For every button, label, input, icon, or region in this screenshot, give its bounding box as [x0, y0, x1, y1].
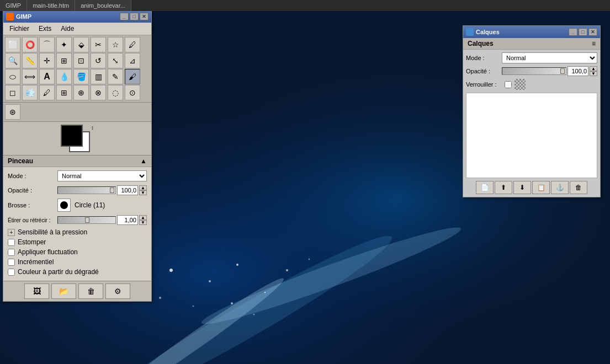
- appliquer-checkbox[interactable]: [8, 249, 15, 256]
- mode-dropdown[interactable]: Normal Dissoudre Multiplier: [57, 170, 147, 181]
- calques-opacity-up[interactable]: ▲: [590, 66, 597, 71]
- etirer-up-button[interactable]: ▲: [139, 215, 147, 220]
- etirer-thumb[interactable]: [85, 217, 89, 223]
- menu-fichier[interactable]: Fichier: [6, 24, 33, 34]
- blur-tool[interactable]: ◌: [108, 85, 123, 100]
- calques-lower-button[interactable]: ⬇: [513, 181, 531, 194]
- calques-opacity-slider[interactable]: [502, 67, 566, 75]
- calques-bottom-bar: 📄 ⬆ ⬇ 📋 ⚓ 🗑: [466, 181, 597, 194]
- brosse-preview[interactable]: [57, 199, 71, 212]
- etirer-row: Étirer ou rétrécir : ▲ ▼: [8, 214, 147, 226]
- incrementiel-checkbox[interactable]: [8, 259, 15, 266]
- couleur-checkbox[interactable]: [8, 269, 15, 276]
- perspective-clone[interactable]: ⊗: [91, 85, 106, 100]
- calques-opacity-thumb[interactable]: [560, 68, 565, 74]
- calques-raise-button[interactable]: ⬆: [495, 181, 512, 194]
- free-select-tool[interactable]: ⌒: [39, 37, 55, 52]
- airbrush-tool[interactable]: 💨: [22, 85, 38, 100]
- calques-new-layer-button[interactable]: 📄: [476, 181, 494, 194]
- fg-select-tool[interactable]: ☆: [108, 37, 123, 52]
- taskbar-gimp[interactable]: GIMP: [0, 0, 27, 11]
- calques-minimize-button[interactable]: _: [569, 28, 577, 36]
- scale-tool[interactable]: ⤡: [108, 53, 123, 68]
- etirer-spin-buttons: ▲ ▼: [139, 215, 147, 225]
- rect-select-tool[interactable]: ⬜: [5, 37, 20, 52]
- etirer-slider[interactable]: [57, 216, 116, 224]
- delete-button[interactable]: 🗑: [78, 283, 103, 299]
- etirer-down-button[interactable]: ▼: [139, 220, 147, 225]
- pinceau-collapse-icon[interactable]: ▲: [140, 157, 147, 165]
- smudge-tool[interactable]: ⊛: [5, 104, 20, 120]
- etirer-value-input[interactable]: [117, 215, 138, 225]
- ellipse-select-tool[interactable]: ⭕: [22, 37, 38, 52]
- close-button[interactable]: ✕: [140, 13, 148, 20]
- calques-delete-button[interactable]: 🗑: [570, 181, 587, 194]
- dodge-burn-tool[interactable]: ⊙: [125, 85, 140, 100]
- menu-aide[interactable]: Aide: [57, 24, 77, 34]
- calques-window: Calques _ □ ✕ Calques ≡ Mode : Normal Di…: [463, 25, 601, 197]
- opacity-thumb[interactable]: [110, 188, 114, 193]
- sensibilite-row[interactable]: + Sensibilité à la pression: [8, 228, 147, 236]
- measure-tool[interactable]: 📏: [22, 53, 38, 68]
- calques-opacity-value-input[interactable]: [567, 66, 588, 76]
- blend-tool[interactable]: ▥: [91, 69, 106, 84]
- swap-colors-icon[interactable]: ↕: [91, 125, 94, 131]
- calques-window-controls: _ □ ✕: [569, 28, 597, 36]
- calques-mode-dropdown[interactable]: Normal Dissoudre: [502, 52, 597, 63]
- paths-tool[interactable]: 🖊: [125, 37, 140, 52]
- calques-panel-menu-icon[interactable]: ≡: [592, 40, 596, 47]
- svg-point-9: [264, 292, 266, 293]
- taskbar-main[interactable]: main-title.htm: [27, 0, 75, 11]
- calques-titlebar: Calques _ □ ✕: [463, 26, 600, 38]
- crop-tool[interactable]: ⊡: [73, 53, 89, 68]
- calques-opacity-slider-container: ▲ ▼: [502, 66, 597, 76]
- text-tool[interactable]: A: [39, 69, 55, 84]
- opacity-slider[interactable]: [57, 186, 116, 194]
- move-tool[interactable]: ✛: [39, 53, 55, 68]
- color-picker-tool[interactable]: 💧: [56, 69, 72, 84]
- svg-point-7: [209, 280, 211, 282]
- shear-tool[interactable]: ⊿: [125, 53, 140, 68]
- maximize-button[interactable]: □: [130, 13, 139, 20]
- heal-tool[interactable]: ⊕: [73, 85, 89, 100]
- opacity-down-button[interactable]: ▼: [139, 190, 147, 195]
- opacity-spin-buttons: ▲ ▼: [139, 185, 147, 195]
- svg-point-14: [231, 302, 233, 304]
- calques-anchor-button[interactable]: ⚓: [551, 181, 569, 194]
- align-tool[interactable]: ⊞: [56, 53, 72, 68]
- foreground-color-swatch[interactable]: [61, 125, 83, 147]
- minimize-button[interactable]: _: [120, 13, 129, 20]
- paintbrush-tool[interactable]: 🖌: [125, 69, 140, 84]
- calques-opacity-down[interactable]: ▼: [590, 71, 597, 76]
- zoom-tool[interactable]: 🔍: [5, 53, 20, 68]
- open-image-button[interactable]: 📂: [51, 283, 76, 299]
- gimp-window-controls: _ □ ✕: [120, 13, 148, 20]
- fuzzy-select-tool[interactable]: ✦: [56, 37, 72, 52]
- perspective-tool[interactable]: ⬭: [5, 69, 20, 84]
- scissors-tool[interactable]: ✂: [91, 37, 106, 52]
- by-color-tool[interactable]: ⬙: [73, 37, 89, 52]
- calques-verr-pixels-checkbox[interactable]: [505, 81, 512, 88]
- svg-point-6: [169, 269, 173, 272]
- opacity-value-input[interactable]: [117, 185, 138, 195]
- calques-maximize-button[interactable]: □: [579, 28, 587, 36]
- calques-close-button[interactable]: ✕: [588, 28, 597, 36]
- pencil-tool[interactable]: ✎: [108, 69, 123, 84]
- ink-tool[interactable]: 🖊: [39, 85, 55, 100]
- sensibilite-expand-icon[interactable]: +: [8, 229, 15, 236]
- opacity-up-button[interactable]: ▲: [139, 185, 147, 190]
- estomper-checkbox[interactable]: [8, 239, 15, 246]
- config-button[interactable]: ⚙: [105, 283, 130, 299]
- menu-exts[interactable]: Exts: [35, 24, 55, 34]
- bucket-fill-tool[interactable]: 🪣: [73, 69, 89, 84]
- gimp-toolbox-window: GIMP _ □ ✕ Fichier Exts Aide ⬜ ⭕ ⌒ ✦ ⬙ ✂…: [3, 10, 152, 302]
- flip-tool[interactable]: ⟺: [22, 69, 38, 84]
- rotate-tool[interactable]: ↺: [91, 53, 106, 68]
- clone-tool[interactable]: ⊞: [56, 85, 72, 100]
- new-image-button[interactable]: 🖼: [24, 283, 49, 299]
- mode-row: Mode : Normal Dissoudre Multiplier: [8, 170, 147, 182]
- eraser-tool[interactable]: ◻: [5, 85, 20, 100]
- calques-verr-label: Verrouiller :: [466, 81, 502, 88]
- taskbar-anim[interactable]: anim_boulevar...: [75, 0, 131, 11]
- calques-duplicate-button[interactable]: 📋: [532, 181, 550, 194]
